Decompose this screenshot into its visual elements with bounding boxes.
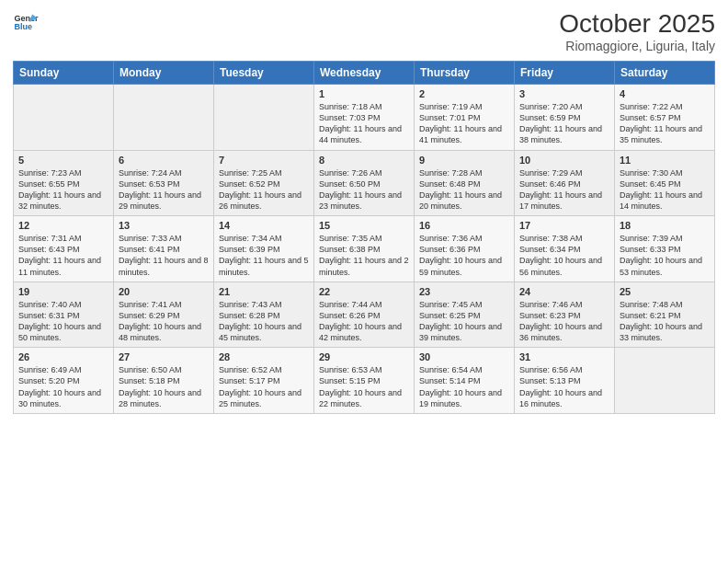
calendar-cell: 28Sunrise: 6:52 AM Sunset: 5:17 PM Dayli… <box>214 348 314 414</box>
calendar-cell: 2Sunrise: 7:19 AM Sunset: 7:01 PM Daylig… <box>415 85 515 151</box>
calendar-cell: 18Sunrise: 7:39 AM Sunset: 6:33 PM Dayli… <box>615 216 715 282</box>
page-container: General Blue October 2025 Riomaggiore, L… <box>0 0 728 563</box>
calendar-cell: 4Sunrise: 7:22 AM Sunset: 6:57 PM Daylig… <box>615 85 715 151</box>
cell-info: Sunrise: 7:41 AM Sunset: 6:29 PM Dayligh… <box>119 299 209 344</box>
logo-icon: General Blue <box>13 9 39 35</box>
day-number: 5 <box>18 155 108 166</box>
day-number: 17 <box>519 220 609 231</box>
day-number: 11 <box>620 155 710 166</box>
cell-info: Sunrise: 7:30 AM Sunset: 6:45 PM Dayligh… <box>620 167 710 213</box>
day-number: 10 <box>519 155 609 166</box>
title-block: October 2025 Riomaggiore, Liguria, Italy <box>559 9 715 53</box>
calendar-cell <box>214 85 314 151</box>
cell-info: Sunrise: 6:54 AM Sunset: 5:14 PM Dayligh… <box>419 364 509 409</box>
col-header-wednesday: Wednesday <box>314 62 415 85</box>
calendar-cell: 31Sunrise: 6:56 AM Sunset: 5:13 PM Dayli… <box>515 348 615 414</box>
cell-info: Sunrise: 7:19 AM Sunset: 7:01 PM Dayligh… <box>419 101 509 146</box>
calendar-cell: 16Sunrise: 7:36 AM Sunset: 6:36 PM Dayli… <box>415 216 515 282</box>
cell-info: Sunrise: 7:40 AM Sunset: 6:31 PM Dayligh… <box>18 299 108 344</box>
day-number: 31 <box>519 351 609 362</box>
calendar-cell <box>615 348 715 414</box>
day-number: 15 <box>319 220 409 231</box>
calendar-cell: 6Sunrise: 7:24 AM Sunset: 6:53 PM Daylig… <box>114 150 214 216</box>
cell-info: Sunrise: 7:43 AM Sunset: 6:28 PM Dayligh… <box>219 299 309 344</box>
calendar-cell: 22Sunrise: 7:44 AM Sunset: 6:26 PM Dayli… <box>314 282 415 348</box>
day-number: 1 <box>319 88 409 99</box>
svg-text:Blue: Blue <box>14 22 32 31</box>
calendar-week-2: 12Sunrise: 7:31 AM Sunset: 6:43 PM Dayli… <box>14 216 715 282</box>
cell-info: Sunrise: 7:44 AM Sunset: 6:26 PM Dayligh… <box>319 299 409 344</box>
calendar-header-row: SundayMondayTuesdayWednesdayThursdayFrid… <box>14 62 715 85</box>
calendar-cell: 25Sunrise: 7:48 AM Sunset: 6:21 PM Dayli… <box>615 282 715 348</box>
cell-info: Sunrise: 7:34 AM Sunset: 6:39 PM Dayligh… <box>219 233 309 278</box>
day-number: 19 <box>18 286 108 297</box>
calendar-cell: 27Sunrise: 6:50 AM Sunset: 5:18 PM Dayli… <box>114 348 214 414</box>
day-number: 6 <box>119 155 209 166</box>
cell-info: Sunrise: 7:45 AM Sunset: 6:25 PM Dayligh… <box>419 299 509 344</box>
day-number: 18 <box>620 220 710 231</box>
calendar-cell: 7Sunrise: 7:25 AM Sunset: 6:52 PM Daylig… <box>214 150 314 216</box>
month-title: October 2025 <box>559 9 715 39</box>
cell-info: Sunrise: 7:26 AM Sunset: 6:50 PM Dayligh… <box>319 167 409 213</box>
cell-info: Sunrise: 7:39 AM Sunset: 6:33 PM Dayligh… <box>620 233 710 278</box>
day-number: 21 <box>219 286 309 297</box>
calendar-cell: 29Sunrise: 6:53 AM Sunset: 5:15 PM Dayli… <box>314 348 415 414</box>
day-number: 4 <box>620 88 710 99</box>
cell-info: Sunrise: 7:22 AM Sunset: 6:57 PM Dayligh… <box>620 101 710 146</box>
cell-info: Sunrise: 6:50 AM Sunset: 5:18 PM Dayligh… <box>119 364 209 409</box>
cell-info: Sunrise: 7:18 AM Sunset: 7:03 PM Dayligh… <box>319 101 409 146</box>
cell-info: Sunrise: 7:38 AM Sunset: 6:34 PM Dayligh… <box>519 233 609 278</box>
cell-info: Sunrise: 6:52 AM Sunset: 5:17 PM Dayligh… <box>219 364 309 409</box>
day-number: 12 <box>18 220 108 231</box>
day-number: 22 <box>319 286 409 297</box>
day-number: 7 <box>219 155 309 166</box>
calendar-cell: 17Sunrise: 7:38 AM Sunset: 6:34 PM Dayli… <box>515 216 615 282</box>
location: Riomaggiore, Liguria, Italy <box>559 39 715 53</box>
cell-info: Sunrise: 7:23 AM Sunset: 6:55 PM Dayligh… <box>18 167 108 213</box>
cell-info: Sunrise: 7:35 AM Sunset: 6:38 PM Dayligh… <box>319 233 409 278</box>
day-number: 23 <box>419 286 509 297</box>
cell-info: Sunrise: 6:56 AM Sunset: 5:13 PM Dayligh… <box>519 364 609 409</box>
col-header-thursday: Thursday <box>415 62 515 85</box>
cell-info: Sunrise: 7:36 AM Sunset: 6:36 PM Dayligh… <box>419 233 509 278</box>
day-number: 30 <box>419 351 509 362</box>
col-header-friday: Friday <box>515 62 615 85</box>
cell-info: Sunrise: 6:49 AM Sunset: 5:20 PM Dayligh… <box>18 364 108 409</box>
day-number: 14 <box>219 220 309 231</box>
day-number: 25 <box>620 286 710 297</box>
day-number: 27 <box>119 351 209 362</box>
calendar-week-3: 19Sunrise: 7:40 AM Sunset: 6:31 PM Dayli… <box>14 282 715 348</box>
day-number: 9 <box>419 155 509 166</box>
calendar-cell: 13Sunrise: 7:33 AM Sunset: 6:41 PM Dayli… <box>114 216 214 282</box>
calendar-cell: 19Sunrise: 7:40 AM Sunset: 6:31 PM Dayli… <box>14 282 114 348</box>
calendar-cell <box>114 85 214 151</box>
day-number: 29 <box>319 351 409 362</box>
calendar-cell: 30Sunrise: 6:54 AM Sunset: 5:14 PM Dayli… <box>415 348 515 414</box>
day-number: 8 <box>319 155 409 166</box>
calendar-cell: 10Sunrise: 7:29 AM Sunset: 6:46 PM Dayli… <box>515 150 615 216</box>
cell-info: Sunrise: 7:48 AM Sunset: 6:21 PM Dayligh… <box>620 299 710 344</box>
calendar-cell: 26Sunrise: 6:49 AM Sunset: 5:20 PM Dayli… <box>14 348 114 414</box>
cell-info: Sunrise: 7:46 AM Sunset: 6:23 PM Dayligh… <box>519 299 609 344</box>
cell-info: Sunrise: 7:28 AM Sunset: 6:48 PM Dayligh… <box>419 167 509 213</box>
calendar-cell: 9Sunrise: 7:28 AM Sunset: 6:48 PM Daylig… <box>415 150 515 216</box>
calendar-cell: 14Sunrise: 7:34 AM Sunset: 6:39 PM Dayli… <box>214 216 314 282</box>
day-number: 28 <box>219 351 309 362</box>
day-number: 2 <box>419 88 509 99</box>
cell-info: Sunrise: 7:29 AM Sunset: 6:46 PM Dayligh… <box>519 167 609 213</box>
calendar-cell: 8Sunrise: 7:26 AM Sunset: 6:50 PM Daylig… <box>314 150 415 216</box>
cell-info: Sunrise: 7:33 AM Sunset: 6:41 PM Dayligh… <box>119 233 209 278</box>
calendar-cell: 12Sunrise: 7:31 AM Sunset: 6:43 PM Dayli… <box>14 216 114 282</box>
page-header: General Blue October 2025 Riomaggiore, L… <box>13 9 715 53</box>
calendar-table: SundayMondayTuesdayWednesdayThursdayFrid… <box>13 61 715 414</box>
day-number: 13 <box>119 220 209 231</box>
col-header-tuesday: Tuesday <box>214 62 314 85</box>
cell-info: Sunrise: 7:20 AM Sunset: 6:59 PM Dayligh… <box>519 101 609 146</box>
calendar-cell <box>14 85 114 151</box>
col-header-saturday: Saturday <box>615 62 715 85</box>
day-number: 20 <box>119 286 209 297</box>
day-number: 3 <box>519 88 609 99</box>
calendar-cell: 1Sunrise: 7:18 AM Sunset: 7:03 PM Daylig… <box>314 85 415 151</box>
calendar-week-1: 5Sunrise: 7:23 AM Sunset: 6:55 PM Daylig… <box>14 150 715 216</box>
calendar-cell: 3Sunrise: 7:20 AM Sunset: 6:59 PM Daylig… <box>515 85 615 151</box>
